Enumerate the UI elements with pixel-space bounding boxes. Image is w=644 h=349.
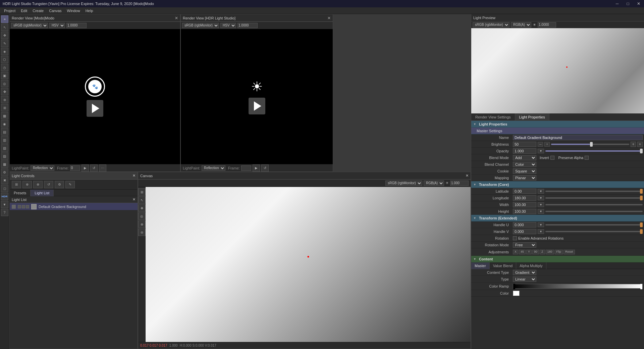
prop-blend-mode-select[interactable]: Add (513, 155, 536, 160)
tool-15[interactable]: ▤ (1, 128, 8, 136)
tool-6[interactable]: ⬡ (1, 56, 8, 63)
brightness-add[interactable]: + (631, 142, 636, 147)
tool-18[interactable]: ▨ (1, 152, 8, 160)
content-arrow[interactable]: ▼ (473, 257, 476, 261)
lc-btn-gear[interactable]: ⚙ (55, 181, 64, 188)
tool-22[interactable]: ◻ (1, 185, 8, 192)
prop-name-input[interactable] (513, 135, 643, 140)
handle-v-slider[interactable] (545, 231, 643, 232)
lat-dropdown[interactable]: ▼ (538, 189, 544, 194)
render-view-hdr-value[interactable] (237, 23, 258, 28)
adj-z[interactable]: Z (540, 250, 545, 254)
ramp-stop-right[interactable] (640, 284, 642, 289)
hdr-play-btn-footer[interactable]: ▶ (253, 164, 260, 172)
hv-dropdown[interactable]: ▼ (538, 229, 544, 234)
tab-render-view-settings[interactable]: Render View Settings (471, 113, 515, 121)
tool-13[interactable]: ▦ (1, 112, 8, 119)
menu-help[interactable]: Help (83, 7, 96, 14)
ramp-stop-left[interactable] (513, 284, 515, 289)
tool-select[interactable]: ✦ (1, 15, 8, 23)
tool-24[interactable]: ▼ (1, 201, 8, 208)
width-slider[interactable] (545, 204, 643, 205)
tab-light-properties[interactable]: Light Properties (515, 113, 549, 121)
handle-v-thumb[interactable] (640, 229, 643, 234)
adj-y[interactable]: Y (526, 250, 532, 254)
canvas-colorspace[interactable]: sRGB (rgbMonitor) (385, 181, 422, 186)
hdr-play-button[interactable] (249, 98, 265, 114)
brightness-thumb[interactable] (590, 142, 593, 147)
prop-color-swatch[interactable] (513, 291, 520, 296)
lc-btn-paint[interactable]: ✎ (65, 181, 75, 188)
prop-cookie-select[interactable]: Square (513, 168, 536, 174)
canvas-tool-1[interactable]: ⊞ (138, 188, 146, 196)
dots-btn[interactable]: ⋯ (99, 164, 106, 172)
tool-11[interactable]: ⊛ (1, 96, 8, 103)
menu-create[interactable]: Create (30, 7, 46, 14)
light-list-close[interactable]: ✕ (132, 197, 136, 202)
lc-btn-2[interactable]: ⊕ (22, 181, 32, 188)
tool-move[interactable]: ✥ (1, 32, 8, 39)
prop-mapping-select[interactable]: Planar (513, 175, 536, 181)
prop-width-input[interactable] (513, 202, 536, 207)
hu-dropdown[interactable]: ▼ (538, 222, 544, 227)
rotation-adv-checkbox[interactable] (513, 236, 517, 240)
handle-u-slider[interactable] (545, 224, 643, 226)
tool-help[interactable]: ? (1, 209, 8, 216)
tool-21[interactable]: ✖ (1, 177, 8, 184)
tool-paint[interactable]: ✎ (1, 40, 8, 47)
opacity-thumb[interactable] (640, 149, 643, 153)
tool-arrow[interactable]: ↖ (1, 23, 8, 31)
menu-window[interactable]: Window (64, 7, 83, 14)
canvas-tool-6[interactable]: ⊖ (138, 229, 146, 236)
handle-u-thumb[interactable] (640, 222, 643, 227)
brightness-slider[interactable] (551, 144, 629, 145)
latitude-thumb[interactable] (640, 189, 643, 194)
lc-btn-1[interactable]: ⊞ (12, 181, 21, 188)
render-view-modo-channel[interactable]: HSV (49, 23, 65, 28)
adj-reset[interactable]: Reset (564, 250, 575, 254)
tool-17[interactable]: ▧ (1, 144, 8, 152)
tool-5[interactable]: ◈ (1, 48, 8, 55)
tab-light-list[interactable]: Light List (31, 190, 54, 196)
prop-handle-v-input[interactable] (513, 229, 536, 234)
hdr-lightpaint-select[interactable]: Reflection (202, 165, 225, 171)
brightness-plus[interactable]: + (544, 142, 549, 147)
lc-btn-rotate[interactable]: ↺ (44, 181, 53, 188)
render-view-modo-colorspace[interactable]: sRGB (rgbMonitor) (11, 23, 48, 28)
prop-content-type-select[interactable]: Gradient (513, 270, 536, 275)
lightpaint-select[interactable]: Reflection (31, 165, 54, 171)
collapse-icon[interactable]: ▼ (473, 122, 476, 126)
prop-preserve-alpha-checkbox[interactable] (585, 156, 589, 160)
tool-19[interactable]: ▩ (1, 160, 8, 168)
tool-8[interactable]: ▣ (1, 72, 8, 79)
hdr-loop-btn-footer[interactable]: ↺ (261, 164, 269, 172)
lc-btn-3[interactable]: ⊕ (33, 181, 43, 188)
render-view-modo-value[interactable] (66, 23, 87, 28)
adj-flip[interactable]: Flip (555, 250, 563, 254)
render-view-modo-close[interactable]: ✕ (175, 16, 178, 20)
opacity-dropdown[interactable]: ▼ (538, 149, 544, 153)
canvas-value[interactable] (450, 181, 469, 186)
brightness-add2[interactable]: + (637, 142, 643, 147)
brightness-minus[interactable]: ─ (538, 142, 543, 147)
prop-longitude-input[interactable] (513, 195, 536, 201)
longitude-slider[interactable] (545, 197, 643, 199)
play-btn-footer[interactable]: ▶ (82, 164, 89, 172)
canvas-tool-3[interactable]: ✥ (138, 204, 146, 212)
prop-type-select[interactable]: Linear (513, 277, 536, 282)
render-view-hdr-close[interactable]: ✕ (327, 16, 331, 20)
canvas-tool-4[interactable]: ◎ (138, 212, 146, 220)
light-controls-close[interactable]: ✕ (132, 173, 136, 178)
tab-presets[interactable]: Presets (10, 190, 31, 196)
opacity-slider[interactable] (545, 150, 643, 152)
prop-handle-u-input[interactable] (513, 222, 536, 228)
lp-colorspace[interactable]: sRGB (rgbMonitor) (473, 22, 509, 28)
tool-7[interactable]: ◷ (1, 64, 8, 71)
adj-180[interactable]: 180 (546, 250, 554, 254)
adj-45[interactable]: 45 (519, 250, 526, 254)
close-button[interactable]: ✕ (633, 0, 644, 7)
tool-14[interactable]: ◉ (1, 120, 8, 128)
lp-value[interactable] (538, 22, 556, 28)
lon-dropdown[interactable]: ▼ (538, 196, 544, 200)
longitude-thumb[interactable] (640, 196, 643, 200)
